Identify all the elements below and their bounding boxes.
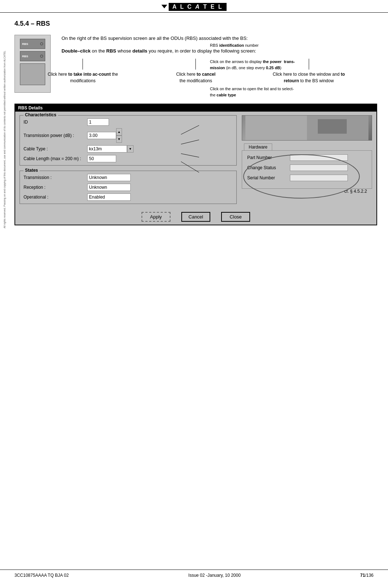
operational-state-row: Operational : (24, 193, 233, 201)
logo-letters: A L C A T E L (172, 4, 223, 10)
cable-type-label: Cable Type : (24, 146, 85, 151)
cable-type-select-group: ▼ (87, 145, 134, 153)
states-label: States (24, 168, 39, 173)
cable-length-row: Cable Length (max = 200 m) : (24, 155, 233, 162)
alcatel-logo: A L C A T E L (161, 3, 226, 11)
id-field-row: ID (24, 118, 233, 126)
cf-reference: cf. § 4.5.2.2 (242, 189, 372, 195)
change-status-row: Change Status (247, 164, 367, 171)
callout-cable-length-text: Click here to enter the reel cable lengh… (210, 105, 282, 109)
led-icon-2 (40, 55, 43, 58)
close-button[interactable]: Close (221, 212, 250, 222)
spinner-up-button[interactable]: ▲ (116, 128, 122, 135)
details-bold-label: details (132, 48, 147, 54)
page-footer: 3CC10875AAAA TQ BJA 02 Issue 02 -January… (0, 570, 388, 581)
id-label: ID (24, 120, 85, 125)
transmission-state-row: Transmission : (24, 174, 233, 181)
apply-button[interactable]: Apply (142, 212, 170, 222)
intro-paragraph-1: On the right of the BS supervision scree… (62, 35, 377, 42)
annotations-section: Click here to take into ac-count the mod… (14, 59, 377, 84)
part-number-label: Part Number (247, 155, 287, 160)
rbs-bold-label: RBS (106, 48, 116, 54)
callout-cable-type-text: Click on the arrow to open the list and … (210, 87, 294, 97)
rbs-photo (242, 115, 372, 141)
led-icon (40, 42, 43, 45)
hardware-tab[interactable]: Hardware (244, 143, 272, 150)
callout-cable-type: Click on the arrow to open the list and … (210, 86, 294, 98)
main-content: 4.5.4 – RBS RBS RBS On the right of the … (14, 13, 377, 84)
callout-cable-length: Click here to enter the reel cable lengh… (210, 104, 282, 110)
operational-state-label: Operational : (24, 195, 85, 200)
right-panel: Hardware Part Number Change Status (242, 115, 372, 204)
serial-number-row: Serial Number (247, 175, 367, 181)
dialog-titlebar: RBS Details (15, 104, 376, 112)
serial-number-label: Serial Number (247, 175, 287, 180)
callout-id: RBS identification number (210, 42, 259, 49)
apply-annotation-text: Click here to take into ac-count the mod… (48, 72, 118, 83)
cancel-annotation-text: Click here to cancelthe modifications (176, 72, 216, 83)
logo-triangle-icon (161, 5, 167, 8)
change-status-label: Change Status (247, 165, 287, 170)
id-input[interactable] (87, 118, 109, 126)
intro-paragraph-2: Double–click on the RBS whose details yo… (62, 47, 377, 55)
transmission-state-input[interactable] (87, 174, 131, 181)
part-number-value (290, 154, 348, 161)
watermark-text: All rights reserved. Passing on and copy… (3, 51, 9, 228)
change-status-value (290, 164, 348, 171)
transmission-state-label: Transmission : (24, 175, 85, 180)
dialog-callout-wrapper: RBS Details Characteristics ID (14, 104, 377, 225)
part-number-row: Part Number (247, 154, 367, 161)
hardware-content: Part Number Change Status Serial Number (242, 151, 372, 188)
serial-number-value (290, 175, 348, 181)
section-title: 4.5.4 – RBS (14, 20, 377, 28)
cable-type-dropdown-button[interactable]: ▼ (127, 145, 134, 153)
rbs-body (20, 63, 45, 85)
svg-rect-10 (267, 123, 303, 134)
close-annotation-text: Click here to close the window and to re… (273, 72, 345, 83)
cable-type-row: Cable Type : ▼ (24, 145, 233, 153)
reception-state-input[interactable] (87, 184, 131, 191)
rbs-unit-top: RBS (20, 39, 45, 49)
operational-state-input[interactable] (87, 193, 131, 201)
callout-id-text: RBS identification number (210, 43, 259, 47)
characteristics-group: Characteristics ID Transmission power (d… (20, 115, 237, 166)
footer-center: Issue 02 -January, 10 2000 (188, 573, 241, 578)
footer-left: 3CC10875AAAA TQ BJA 02 (14, 573, 69, 578)
svg-rect-9 (318, 119, 347, 134)
rbs-details-dialog: RBS Details Characteristics ID (14, 104, 377, 225)
spinner-down-button[interactable]: ▼ (116, 135, 122, 143)
apply-annotation: Click here to take into ac-count the mod… (47, 59, 119, 84)
reception-state-row: Reception : (24, 184, 233, 191)
transmission-power-input[interactable] (87, 132, 116, 139)
hardware-content-box: Part Number Change Status Serial Number (242, 150, 372, 189)
left-panel: Characteristics ID Transmission power (d… (20, 115, 237, 204)
page-header: A L C A T E L (0, 0, 388, 13)
footer-right: 71/136 (360, 573, 374, 578)
double-click-label: Double–click (62, 48, 90, 54)
characteristics-label: Characteristics (24, 112, 58, 117)
cable-length-label: Cable Length (max = 200 m) : (24, 156, 85, 161)
dialog-body: Characteristics ID Transmission power (d… (15, 112, 376, 208)
rbs-image: RBS RBS (14, 35, 51, 93)
cable-length-input[interactable] (87, 155, 116, 162)
transmission-power-spinner: ▲ ▼ (87, 128, 122, 143)
dialog-title: RBS Details (18, 105, 43, 110)
states-group: States Transmission : Reception : Operat… (20, 171, 237, 204)
reception-state-label: Reception : (24, 185, 85, 190)
cancel-annotation: Click here to cancelthe modifications (176, 59, 216, 84)
cancel-button[interactable]: Cancel (181, 212, 210, 222)
cable-type-input[interactable] (87, 145, 127, 153)
transmission-power-label: Transmission power (dB) : (24, 133, 85, 138)
logo-text: A L C A T E L (169, 3, 226, 11)
button-row: Apply Cancel Close (15, 208, 376, 225)
photo-svg (245, 116, 368, 140)
rbs-unit-bottom: RBS (20, 51, 45, 61)
transmission-power-row: Transmission power (dB) : ▲ ▼ (24, 128, 233, 143)
hardware-area: Hardware Part Number Change Status (242, 142, 372, 189)
close-annotation: Click here to close the window and to re… (273, 59, 345, 84)
